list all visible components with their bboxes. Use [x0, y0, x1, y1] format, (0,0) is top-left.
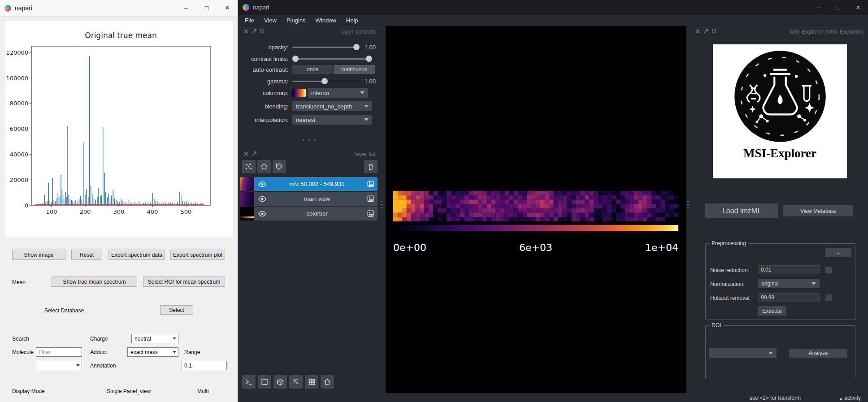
napari-main-window: napari – □ × File View Plugins Window He… [238, 0, 868, 402]
home-reset-view-button[interactable] [321, 375, 334, 389]
molecule-input[interactable] [36, 347, 82, 357]
ndisplay-toggle-button[interactable] [258, 375, 271, 389]
viewer-canvas[interactable]: 0e+00 6e+03 1e+04 [386, 26, 686, 393]
minimize-button[interactable]: – [176, 0, 196, 16]
menu-view[interactable]: View [259, 15, 282, 26]
colorbar-max-label: 1e+04 [645, 242, 678, 253]
hotspot-removal-input[interactable]: 99.99 [758, 293, 820, 302]
contrast-limits-slider[interactable] [292, 54, 372, 64]
new-points-layer-button[interactable] [242, 160, 256, 173]
auto-contrast-once-button[interactable]: once [292, 65, 333, 74]
console-button[interactable] [242, 375, 256, 389]
close-panel-icon[interactable] [244, 29, 249, 34]
panel-splitter-handle[interactable] [687, 201, 689, 208]
dock-panel-icon[interactable] [712, 29, 716, 34]
blending-value: translucent_no_depth [296, 103, 352, 110]
right-titlebar[interactable]: napari – □ × [238, 0, 868, 15]
roi-group: ROI Analyze [705, 325, 855, 379]
result-select[interactable] [36, 361, 82, 370]
menu-window[interactable]: Window [311, 15, 341, 26]
visibility-eye-icon[interactable] [258, 196, 267, 202]
gamma-slider[interactable] [292, 76, 360, 86]
new-shapes-layer-button[interactable] [257, 160, 271, 173]
svg-text:100000: 100000 [6, 75, 28, 82]
maximize-button[interactable]: □ [829, 0, 848, 15]
interpolation-select[interactable]: nearest [292, 115, 372, 125]
float-panel-icon[interactable] [252, 29, 257, 34]
activity-button[interactable]: ▲ activity [839, 395, 861, 401]
left-titlebar[interactable]: napari – □ × [0, 0, 238, 17]
divider [4, 297, 232, 297]
close-button[interactable]: × [217, 0, 238, 16]
svg-text:40000: 40000 [10, 151, 28, 158]
svg-text:80000: 80000 [10, 100, 28, 107]
layer-row-colorbar[interactable]: colorbar [240, 207, 378, 220]
adduct-select[interactable]: exact mass [127, 347, 178, 357]
show-image-button[interactable]: Show image [12, 250, 65, 260]
reset-button[interactable]: Reset [71, 250, 102, 260]
delete-layer-button[interactable] [364, 160, 378, 173]
visibility-eye-icon[interactable] [258, 181, 267, 187]
msi-image[interactable] [393, 191, 678, 221]
close-button[interactable]: × [848, 0, 868, 15]
charge-value: neutral [135, 336, 151, 342]
annotation-input[interactable] [182, 361, 227, 370]
normalization-select[interactable]: original [758, 279, 820, 288]
blending-select[interactable]: translucent_no_depth [292, 101, 372, 111]
new-labels-layer-button[interactable] [273, 160, 286, 173]
analyze-button[interactable]: Analyze [789, 349, 847, 358]
minimize-button[interactable]: – [809, 0, 829, 15]
hotspot-removal-label: Hotspot removal: [710, 295, 751, 301]
msi-panel-header: MSI-Explorer (MSI-Explorer) [692, 26, 867, 36]
molecule-label: Molecule [12, 349, 34, 355]
right-window-title: napari [253, 4, 809, 11]
menu-plugins[interactable]: Plugins [282, 15, 311, 26]
execute-button[interactable]: Execute [758, 306, 786, 316]
collapse-button[interactable]: - [825, 248, 851, 257]
svg-text:20000: 20000 [10, 177, 28, 183]
status-bar: use <2> for transform ▲ activity [238, 393, 868, 402]
select-roi-mean-button[interactable]: Select ROI for mean spectrum [143, 277, 225, 287]
close-panel-icon[interactable] [695, 29, 700, 34]
charge-select[interactable]: neutral [131, 334, 178, 343]
noise-reduction-label: Noise reduction: [710, 267, 749, 273]
charge-label: Charge [90, 336, 108, 342]
grid-view-button[interactable] [305, 375, 318, 389]
panel-splitter-handle[interactable] [381, 201, 382, 208]
transpose-dimensions-button[interactable] [289, 375, 303, 389]
noise-reduction-input[interactable]: 0.01 [758, 265, 820, 274]
auto-contrast-continuous-button[interactable]: continuous [334, 65, 375, 74]
export-spectrum-plot-button[interactable]: Export spectrum plot [170, 250, 225, 260]
export-spectrum-data-button[interactable]: Export spectrum data [108, 250, 165, 260]
layer-row-mz[interactable]: m/z 50.002 - 549.931 [240, 177, 378, 191]
float-panel-icon[interactable] [703, 29, 708, 34]
msi-panel-title: MSI-Explorer (MSI-Explorer) [790, 28, 863, 35]
layer-thumbnail [240, 177, 254, 191]
layer-row-main-view[interactable]: main view [240, 192, 378, 206]
visibility-eye-icon[interactable] [258, 211, 267, 217]
close-panel-icon[interactable] [244, 151, 249, 156]
opacity-value: 1.00 [360, 44, 376, 51]
dock-panel-icon[interactable] [260, 29, 265, 34]
mean-label: Mean [12, 279, 26, 285]
view-metadata-button[interactable]: View Metadata [783, 205, 853, 216]
load-imzml-button[interactable]: Load imzML [705, 203, 778, 218]
menu-help[interactable]: Help [341, 15, 363, 26]
float-panel-icon[interactable] [252, 151, 257, 156]
auto-contrast-label: auto-contrast: [240, 66, 288, 73]
spectrum-plot: Original true mean0200004000060000800001… [5, 21, 233, 237]
colormap-select[interactable]: inferno [308, 88, 368, 98]
show-true-mean-button[interactable]: Show true mean spectrum [52, 277, 137, 287]
layer-list-title: layer list [354, 151, 376, 157]
opacity-slider[interactable] [292, 42, 360, 52]
noise-reduction-checkbox[interactable] [825, 267, 832, 273]
hotspot-removal-checkbox[interactable] [825, 294, 832, 301]
msi-logo-card: MSI-Explorer [713, 44, 847, 178]
maximize-button[interactable]: □ [196, 0, 217, 16]
select-database-button[interactable]: Select [160, 305, 193, 315]
normalization-label: Normalization: [710, 281, 745, 287]
menu-file[interactable]: File [240, 15, 259, 26]
panel-resize-handle[interactable]: • • • [240, 137, 379, 143]
roi-select[interactable] [709, 348, 777, 358]
roll-dimensions-button[interactable] [273, 375, 287, 389]
